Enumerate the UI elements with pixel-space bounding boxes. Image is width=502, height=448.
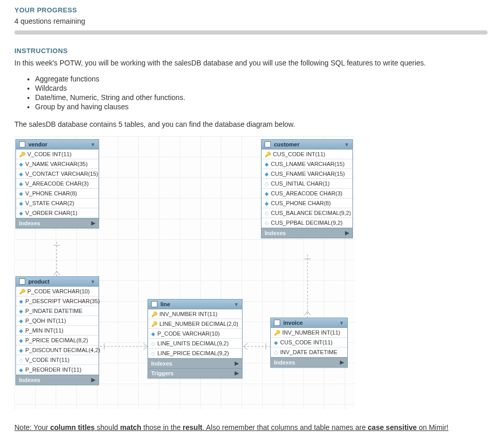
instructions-title: INSTRUCTIONS <box>14 47 488 55</box>
column-row: ◆P_MIN INT(11) <box>16 326 99 336</box>
column-icon: ◇ <box>265 220 269 226</box>
column-row: ◆P_INDATE DATETIME <box>16 306 99 316</box>
key-icon: 🔑 <box>19 152 25 157</box>
column-row: ◆V_NAME VARCHAR(35) <box>16 159 99 169</box>
feature-item: Date/time, Numeric, String and other fun… <box>35 93 488 102</box>
column-text: CUS_CODE INT(11) <box>280 339 332 345</box>
column-icon: ◆ <box>19 181 23 187</box>
column-text: P_DESCRIPT VARCHAR(35) <box>25 298 100 304</box>
column-icon: ◆ <box>265 161 269 167</box>
table-icon <box>274 320 280 326</box>
column-icon: ◇ <box>151 341 155 346</box>
key-icon: 🔑 <box>265 152 271 157</box>
column-row: 🔑LINE_NUMBER DECIMAL(2,0) <box>148 319 242 329</box>
column-row: ◆P_DESCRIPT VARCHAR(35) <box>16 296 99 306</box>
note-text: on Mimir! <box>419 423 449 432</box>
column-row: ◆CUS_LNAME VARCHAR(15) <box>262 159 352 169</box>
instructions-intro: In this week's POTW, you will be working… <box>14 58 488 69</box>
table-header: invoice ▼ <box>271 318 347 328</box>
column-icon: ◆ <box>19 298 23 304</box>
column-row: ◆CUS_FNAME VARCHAR(15) <box>262 169 352 179</box>
column-icon: ◆ <box>19 318 23 324</box>
column-icon: ◇ <box>265 210 269 216</box>
column-text: INV_NUMBER INT(11) <box>282 329 340 336</box>
column-icon: ◆ <box>151 331 155 337</box>
column-text: CUS_LNAME VARCHAR(15) <box>271 161 345 167</box>
column-text: LINE_NUMBER DECIMAL(2,0) <box>159 321 238 327</box>
table-icon <box>19 278 25 285</box>
table-title: product <box>28 278 50 285</box>
column-text: P_QOH INT(11) <box>25 318 66 324</box>
column-icon: ◆ <box>19 201 23 206</box>
column-icon: ◆ <box>19 171 23 177</box>
chevron-down-icon: ▼ <box>90 279 95 285</box>
column-text: V_NAME VARCHAR(35) <box>25 161 88 167</box>
er-diagram: vendor ▼ 🔑V_CODE INT(11) ◆V_NAME VARCHAR… <box>14 136 355 409</box>
column-text: V_PHONE CHAR(8) <box>25 190 77 196</box>
progress-bar <box>14 30 488 35</box>
footer-note: Note: Your column titles should match th… <box>14 422 488 433</box>
column-icon: ◇ <box>265 181 269 187</box>
indexes-footer: Indexes▶ <box>271 357 347 367</box>
column-row: ◆P_DISCOUNT DECIMAL(4,2) <box>16 345 99 355</box>
column-icon: ◆ <box>19 161 23 167</box>
column-icon: ◆ <box>19 191 23 196</box>
column-text: CUS_AREACODE CHAR(3) <box>271 190 343 196</box>
table-icon <box>19 141 25 147</box>
progress-title: YOUR PROGRESS <box>14 6 488 14</box>
note-text: result <box>183 423 202 432</box>
column-text: P_CODE VARCHAR(10) <box>27 288 90 294</box>
triggers-footer: Triggers▶ <box>148 368 242 378</box>
table-title: customer <box>274 141 300 147</box>
column-row: ◇V_CODE INT(11) <box>16 355 99 365</box>
note-text: Note: Your <box>14 423 50 432</box>
column-text: V_ORDER CHAR(1) <box>25 210 77 216</box>
column-icon: ◆ <box>19 308 23 314</box>
table-icon <box>265 141 271 147</box>
table-line: line ▼ 🔑INV_NUMBER INT(11) 🔑LINE_NUMBER … <box>148 299 242 378</box>
column-icon: ◇ <box>274 350 278 355</box>
table-title: invoice <box>283 320 303 326</box>
chevron-right-icon: ▶ <box>235 360 239 367</box>
column-row: ◆P_PRICE DECIMAL(8,2) <box>16 336 99 345</box>
column-text: CUS_FNAME VARCHAR(15) <box>271 171 345 177</box>
column-text: P_CODE VARCHAR(10) <box>157 330 220 337</box>
column-row: ◇CUS_INITIAL CHAR(1) <box>262 179 352 189</box>
chevron-down-icon: ▼ <box>234 302 239 307</box>
column-row: ◇LINE_PRICE DECIMAL(9,2) <box>148 349 242 358</box>
column-text: CUS_CODE INT(11) <box>273 151 325 157</box>
column-row: ◇INV_DATE DATETIME <box>271 347 347 357</box>
column-text: CUS_BALANCE DECIMAL(9,2) <box>271 210 351 216</box>
column-row: ◆V_ORDER CHAR(1) <box>16 208 99 218</box>
column-row: 🔑INV_NUMBER INT(11) <box>271 328 347 338</box>
indexes-label: Indexes <box>151 360 172 367</box>
column-row: ◆P_CODE VARCHAR(10) <box>148 329 242 339</box>
column-row: ◇LINE_UNITS DECIMAL(9,2) <box>148 339 242 349</box>
chevron-right-icon: ▶ <box>345 230 349 236</box>
chevron-down-icon: ▼ <box>344 142 349 147</box>
column-row: 🔑CUS_CODE INT(11) <box>262 150 352 159</box>
column-row: ◆V_CONTACT VARCHAR(15) <box>16 169 99 179</box>
column-row: ◆CUS_PHONE CHAR(8) <box>262 198 352 208</box>
key-icon: 🔑 <box>151 321 157 327</box>
key-icon: 🔑 <box>151 311 157 317</box>
chevron-down-icon: ▼ <box>90 142 95 147</box>
note-text: should <box>95 423 120 432</box>
column-icon: ◆ <box>19 210 23 216</box>
column-row: 🔑INV_NUMBER INT(11) <box>148 309 242 319</box>
column-icon: ◆ <box>274 340 278 345</box>
indexes-footer: Indexes▶ <box>262 228 352 238</box>
table-header: customer ▼ <box>262 140 352 150</box>
column-icon: ◆ <box>265 191 269 196</box>
column-row: ◇CUS_PPBAL DECIMAL(9,2) <box>262 218 352 228</box>
indexes-footer: Indexes▶ <box>16 375 99 385</box>
table-icon <box>151 301 157 307</box>
note-text: case sensitive <box>368 423 419 432</box>
indexes-label: Indexes <box>265 230 286 236</box>
column-text: P_PRICE DECIMAL(8,2) <box>25 337 88 343</box>
chevron-right-icon: ▶ <box>340 359 344 366</box>
triggers-label: Triggers <box>151 370 173 376</box>
column-text: V_AREACODE CHAR(3) <box>25 180 89 187</box>
column-row: ◆P_QOH INT(11) <box>16 316 99 326</box>
column-text: CUS_PHONE CHAR(8) <box>271 200 331 206</box>
